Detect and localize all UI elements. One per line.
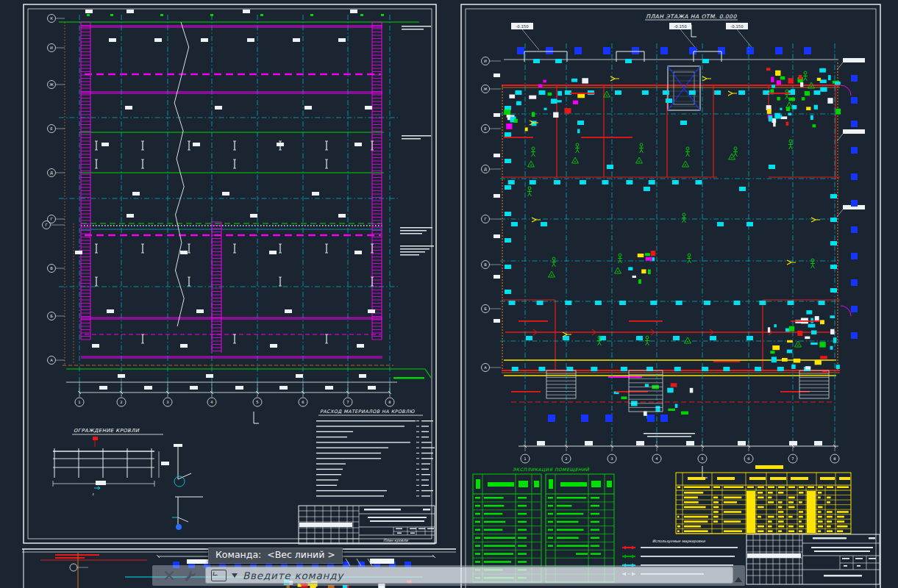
svg-text:5: 5 (256, 400, 258, 404)
svg-text:И: И (50, 46, 53, 50)
cad-model-space[interactable]: 12345678КИЖЕДГГВБА 1 ОГРАЖДЕНИЕ КРОВЛИ Р… (0, 0, 898, 588)
svg-text:Г: Г (50, 217, 52, 221)
svg-text:Д: Д (484, 167, 487, 171)
svg-text:3: 3 (610, 456, 613, 461)
svg-text:-0.150: -0.150 (516, 24, 529, 29)
command-bar-grip[interactable] (155, 570, 160, 581)
svg-text:Д: Д (50, 171, 53, 175)
svg-text:Б: Б (484, 306, 487, 311)
svg-text:Е: Е (484, 126, 486, 131)
svg-text:Г: Г (45, 223, 47, 227)
svg-text:-0.150: -0.150 (730, 24, 744, 29)
svg-text:8: 8 (388, 400, 391, 404)
close-icon (164, 570, 174, 581)
svg-text:2: 2 (565, 456, 567, 461)
svg-text:6: 6 (747, 456, 749, 461)
left-sheet-title-block (299, 506, 435, 544)
materials-list-title: РАСХОД МАТЕРИАЛОВ НА КРОВЛЮ (320, 409, 415, 414)
floating-command-bar[interactable]: Введите команду (152, 565, 745, 586)
recent-commands-toggle-icon[interactable] (735, 577, 742, 582)
customize-command-bar-button[interactable] (182, 567, 198, 584)
svg-text:1: 1 (92, 492, 94, 496)
left-sheet-border (24, 4, 436, 543)
markings-legend-title: Используемые маркировки (652, 539, 706, 544)
svg-text:6: 6 (302, 400, 304, 404)
command-prompt-icon (211, 570, 227, 581)
svg-text:8: 8 (833, 456, 835, 461)
svg-text:4: 4 (210, 400, 213, 404)
svg-text:2: 2 (120, 400, 122, 404)
command-status-tooltip: Команда: <Вес линий > (208, 548, 343, 564)
right-sheet-title-block (746, 534, 880, 584)
svg-text:К: К (50, 16, 53, 21)
svg-text:А: А (484, 365, 487, 370)
right-sheet-floor-plan[interactable]: ПЛАН ЭТАЖА НА ОТМ. 0.000 -0.150-0.150-0.… (460, 3, 882, 588)
svg-text:В: В (50, 266, 53, 270)
chevron-down-icon[interactable] (232, 573, 238, 578)
svg-text:7: 7 (346, 400, 349, 404)
svg-text:1: 1 (524, 456, 526, 461)
close-command-bar-button[interactable] (161, 567, 177, 584)
svg-text:7: 7 (791, 456, 794, 461)
svg-text:3: 3 (166, 400, 168, 404)
svg-text:Ж: Ж (49, 82, 54, 87)
yellow-schedule-table (676, 473, 851, 534)
roof-railing-detail: 1 (53, 437, 203, 530)
svg-text:А: А (50, 358, 53, 362)
svg-text:Е: Е (50, 126, 52, 131)
command-input[interactable]: Введите команду (205, 567, 733, 584)
floor-plan-title: ПЛАН ЭТАЖА НА ОТМ. 0.000 (646, 13, 737, 20)
svg-text:В: В (484, 262, 487, 267)
materials-consumption-list (316, 420, 435, 497)
svg-text:-0.150: -0.150 (674, 24, 687, 29)
svg-text:И: И (484, 59, 487, 63)
left-sheet-roof-plan[interactable]: 12345678КИЖЕДГГВБА 1 ОГРАЖДЕНИЕ КРОВЛИ Р… (22, 3, 438, 545)
svg-text:Г: Г (484, 217, 486, 221)
roof-railing-detail-title: ОГРАЖДЕНИЕ КРОВЛИ (74, 428, 140, 434)
svg-text:4: 4 (655, 456, 658, 461)
roof-plan-geometry: 12345678КИЖЕДГГВБА (43, 10, 435, 423)
floor-plan-geometry: -0.150-0.150-0.150ИЖЕДГВБА12345678 (482, 20, 866, 478)
left-titleblock-doc-name: План кровли (383, 538, 408, 543)
wrench-icon (183, 569, 196, 582)
svg-text:Ж: Ж (483, 87, 488, 91)
svg-text:Б: Б (50, 314, 53, 318)
svg-text:1: 1 (78, 400, 80, 404)
explication-table-title: ЭКСПЛИКАЦИЯ ПОМЕЩЕНИЙ (513, 467, 589, 472)
svg-text:5: 5 (701, 456, 703, 461)
command-input-placeholder: Введите команду (243, 570, 343, 581)
